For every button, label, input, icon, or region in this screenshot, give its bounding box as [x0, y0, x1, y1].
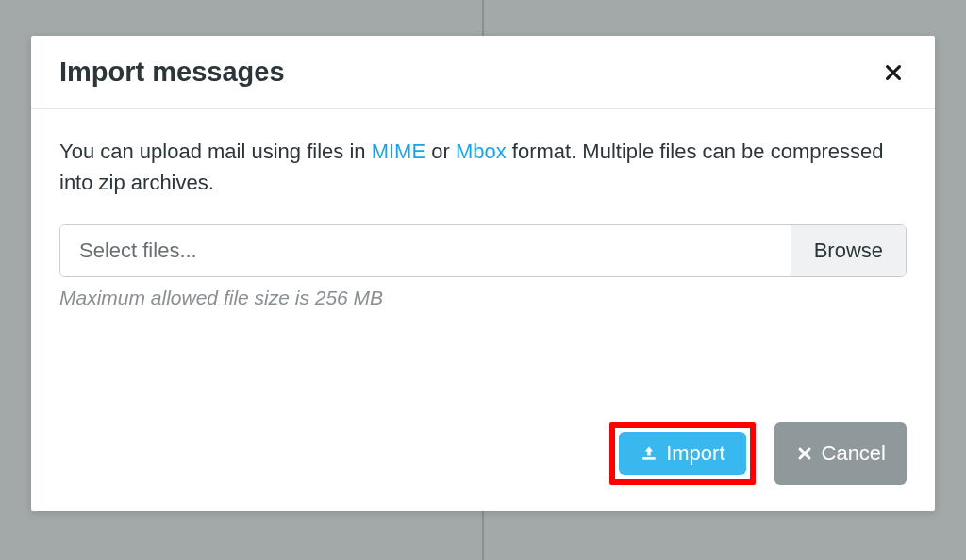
upload-icon: [640, 444, 658, 463]
file-input-row: Select files... Browse: [59, 224, 907, 277]
close-icon: [883, 62, 904, 83]
file-select-display[interactable]: Select files...: [60, 225, 791, 276]
dialog-footer: Import Cancel: [31, 328, 935, 511]
highlight-annotation: Import: [609, 422, 755, 485]
import-button-label: Import: [666, 441, 724, 466]
cancel-button-label: Cancel: [822, 441, 886, 466]
mbox-link[interactable]: Mbox: [456, 140, 507, 163]
svg-rect-2: [642, 457, 655, 460]
import-messages-dialog: Import messages You can upload mail usin…: [31, 36, 935, 511]
dialog-title: Import messages: [59, 57, 285, 88]
dialog-body: You can upload mail using files in MIME …: [31, 109, 935, 328]
file-size-hint: Maximum allowed file size is 256 MB: [59, 287, 907, 309]
cancel-icon: [795, 444, 814, 463]
instruction-text: You can upload mail using files in MIME …: [59, 136, 907, 198]
dialog-header: Import messages: [31, 36, 935, 109]
mime-link[interactable]: MIME: [372, 140, 425, 163]
instruction-or: or: [425, 140, 456, 163]
instruction-pre: You can upload mail using files in: [59, 140, 372, 163]
import-button[interactable]: Import: [619, 432, 745, 475]
cancel-button[interactable]: Cancel: [774, 422, 907, 485]
close-button[interactable]: [880, 59, 907, 86]
browse-button[interactable]: Browse: [791, 225, 906, 276]
